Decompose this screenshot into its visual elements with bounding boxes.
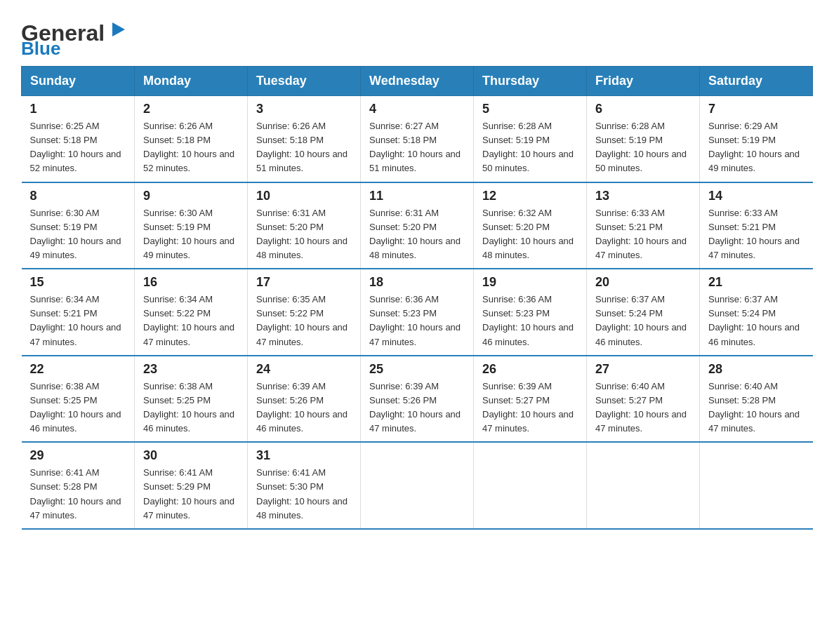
day-number: 7 bbox=[708, 102, 805, 116]
day-info: Sunrise: 6:41 AM Sunset: 5:29 PM Dayligh… bbox=[143, 466, 239, 523]
day-number: 27 bbox=[595, 362, 691, 377]
day-number: 10 bbox=[256, 189, 352, 203]
day-number: 15 bbox=[30, 275, 126, 290]
day-number: 17 bbox=[256, 275, 352, 290]
calendar-cell: 26 Sunrise: 6:39 AM Sunset: 5:27 PM Dayl… bbox=[474, 356, 587, 443]
calendar-cell: 23 Sunrise: 6:38 AM Sunset: 5:25 PM Dayl… bbox=[135, 356, 248, 443]
calendar-cell bbox=[700, 442, 813, 529]
day-number: 4 bbox=[369, 102, 465, 116]
calendar-cell: 20 Sunrise: 6:37 AM Sunset: 5:24 PM Dayl… bbox=[587, 269, 700, 356]
day-info: Sunrise: 6:30 AM Sunset: 5:19 PM Dayligh… bbox=[143, 206, 239, 263]
day-info: Sunrise: 6:41 AM Sunset: 5:28 PM Dayligh… bbox=[30, 466, 126, 523]
header-cell-sunday: Sunday bbox=[22, 67, 135, 96]
calendar-cell: 2 Sunrise: 6:26 AM Sunset: 5:18 PM Dayli… bbox=[135, 96, 248, 182]
calendar-cell: 18 Sunrise: 6:36 AM Sunset: 5:23 PM Dayl… bbox=[361, 269, 474, 356]
day-info: Sunrise: 6:35 AM Sunset: 5:22 PM Dayligh… bbox=[256, 293, 352, 349]
calendar-cell: 4 Sunrise: 6:27 AM Sunset: 5:18 PM Dayli… bbox=[361, 96, 474, 182]
calendar-cell: 28 Sunrise: 6:40 AM Sunset: 5:28 PM Dayl… bbox=[700, 356, 813, 443]
day-number: 26 bbox=[482, 362, 578, 377]
calendar-cell: 19 Sunrise: 6:36 AM Sunset: 5:23 PM Dayl… bbox=[474, 269, 587, 356]
calendar-table: SundayMondayTuesdayWednesdayThursdayFrid… bbox=[21, 66, 813, 530]
day-info: Sunrise: 6:28 AM Sunset: 5:19 PM Dayligh… bbox=[482, 119, 578, 176]
calendar-cell: 17 Sunrise: 6:35 AM Sunset: 5:22 PM Dayl… bbox=[248, 269, 361, 356]
header-cell-friday: Friday bbox=[587, 67, 700, 96]
header-cell-thursday: Thursday bbox=[474, 67, 587, 96]
day-info: Sunrise: 6:34 AM Sunset: 5:22 PM Dayligh… bbox=[143, 293, 239, 349]
day-number: 11 bbox=[369, 189, 465, 203]
svg-marker-1 bbox=[112, 22, 125, 36]
calendar-cell: 6 Sunrise: 6:28 AM Sunset: 5:19 PM Dayli… bbox=[587, 96, 700, 182]
day-number: 30 bbox=[143, 448, 239, 463]
day-info: Sunrise: 6:36 AM Sunset: 5:23 PM Dayligh… bbox=[482, 293, 578, 349]
calendar-cell: 11 Sunrise: 6:31 AM Sunset: 5:20 PM Dayl… bbox=[361, 182, 474, 269]
day-number: 31 bbox=[256, 448, 352, 463]
calendar-cell bbox=[587, 442, 700, 529]
day-info: Sunrise: 6:33 AM Sunset: 5:21 PM Dayligh… bbox=[708, 206, 805, 263]
day-info: Sunrise: 6:26 AM Sunset: 5:18 PM Dayligh… bbox=[256, 119, 352, 176]
header-cell-wednesday: Wednesday bbox=[361, 67, 474, 96]
calendar-header: SundayMondayTuesdayWednesdayThursdayFrid… bbox=[22, 67, 813, 96]
day-number: 24 bbox=[256, 362, 352, 377]
day-info: Sunrise: 6:37 AM Sunset: 5:24 PM Dayligh… bbox=[595, 293, 691, 349]
day-number: 8 bbox=[30, 189, 126, 203]
day-number: 6 bbox=[595, 102, 691, 116]
calendar-cell: 30 Sunrise: 6:41 AM Sunset: 5:29 PM Dayl… bbox=[135, 442, 248, 529]
svg-text:Blue: Blue bbox=[21, 38, 60, 56]
day-info: Sunrise: 6:34 AM Sunset: 5:21 PM Dayligh… bbox=[30, 293, 126, 349]
calendar-cell: 16 Sunrise: 6:34 AM Sunset: 5:22 PM Dayl… bbox=[135, 269, 248, 356]
calendar-week-1: 1 Sunrise: 6:25 AM Sunset: 5:18 PM Dayli… bbox=[22, 96, 813, 182]
day-info: Sunrise: 6:40 AM Sunset: 5:27 PM Dayligh… bbox=[595, 380, 691, 436]
calendar-cell: 15 Sunrise: 6:34 AM Sunset: 5:21 PM Dayl… bbox=[22, 269, 135, 356]
day-number: 25 bbox=[369, 362, 465, 377]
day-info: Sunrise: 6:31 AM Sunset: 5:20 PM Dayligh… bbox=[369, 206, 465, 263]
header-row: SundayMondayTuesdayWednesdayThursdayFrid… bbox=[22, 67, 813, 96]
day-info: Sunrise: 6:28 AM Sunset: 5:19 PM Dayligh… bbox=[595, 119, 691, 176]
calendar-cell: 31 Sunrise: 6:41 AM Sunset: 5:30 PM Dayl… bbox=[248, 442, 361, 529]
calendar-cell: 13 Sunrise: 6:33 AM Sunset: 5:21 PM Dayl… bbox=[587, 182, 700, 269]
day-number: 1 bbox=[30, 102, 126, 116]
day-info: Sunrise: 6:40 AM Sunset: 5:28 PM Dayligh… bbox=[708, 380, 805, 436]
day-number: 5 bbox=[482, 102, 578, 116]
calendar-cell: 22 Sunrise: 6:38 AM Sunset: 5:25 PM Dayl… bbox=[22, 356, 135, 443]
day-info: Sunrise: 6:31 AM Sunset: 5:20 PM Dayligh… bbox=[256, 206, 352, 263]
calendar-cell: 9 Sunrise: 6:30 AM Sunset: 5:19 PM Dayli… bbox=[135, 182, 248, 269]
calendar-cell: 10 Sunrise: 6:31 AM Sunset: 5:20 PM Dayl… bbox=[248, 182, 361, 269]
calendar-cell: 12 Sunrise: 6:32 AM Sunset: 5:20 PM Dayl… bbox=[474, 182, 587, 269]
page-header: General Blue bbox=[21, 14, 813, 59]
calendar-cell bbox=[474, 442, 587, 529]
day-info: Sunrise: 6:39 AM Sunset: 5:26 PM Dayligh… bbox=[369, 380, 465, 436]
day-info: Sunrise: 6:39 AM Sunset: 5:26 PM Dayligh… bbox=[256, 380, 352, 436]
day-info: Sunrise: 6:27 AM Sunset: 5:18 PM Dayligh… bbox=[369, 119, 465, 176]
day-info: Sunrise: 6:41 AM Sunset: 5:30 PM Dayligh… bbox=[256, 466, 352, 523]
calendar-week-4: 22 Sunrise: 6:38 AM Sunset: 5:25 PM Dayl… bbox=[22, 356, 813, 443]
day-number: 3 bbox=[256, 102, 352, 116]
day-info: Sunrise: 6:25 AM Sunset: 5:18 PM Dayligh… bbox=[30, 119, 126, 176]
day-number: 28 bbox=[708, 362, 805, 377]
calendar-cell: 3 Sunrise: 6:26 AM Sunset: 5:18 PM Dayli… bbox=[248, 96, 361, 182]
calendar-cell: 27 Sunrise: 6:40 AM Sunset: 5:27 PM Dayl… bbox=[587, 356, 700, 443]
day-number: 21 bbox=[708, 275, 805, 290]
calendar-week-2: 8 Sunrise: 6:30 AM Sunset: 5:19 PM Dayli… bbox=[22, 182, 813, 269]
day-info: Sunrise: 6:30 AM Sunset: 5:19 PM Dayligh… bbox=[30, 206, 126, 263]
day-number: 2 bbox=[143, 102, 239, 116]
header-cell-saturday: Saturday bbox=[700, 67, 813, 96]
day-number: 18 bbox=[369, 275, 465, 290]
calendar-week-5: 29 Sunrise: 6:41 AM Sunset: 5:28 PM Dayl… bbox=[22, 442, 813, 529]
calendar-cell: 25 Sunrise: 6:39 AM Sunset: 5:26 PM Dayl… bbox=[361, 356, 474, 443]
day-info: Sunrise: 6:33 AM Sunset: 5:21 PM Dayligh… bbox=[595, 206, 691, 263]
day-number: 23 bbox=[143, 362, 239, 377]
calendar-week-3: 15 Sunrise: 6:34 AM Sunset: 5:21 PM Dayl… bbox=[22, 269, 813, 356]
calendar-cell: 7 Sunrise: 6:29 AM Sunset: 5:19 PM Dayli… bbox=[700, 96, 813, 182]
day-info: Sunrise: 6:39 AM Sunset: 5:27 PM Dayligh… bbox=[482, 380, 578, 436]
calendar-cell: 29 Sunrise: 6:41 AM Sunset: 5:28 PM Dayl… bbox=[22, 442, 135, 529]
calendar-cell: 21 Sunrise: 6:37 AM Sunset: 5:24 PM Dayl… bbox=[700, 269, 813, 356]
day-info: Sunrise: 6:32 AM Sunset: 5:20 PM Dayligh… bbox=[482, 206, 578, 263]
day-number: 19 bbox=[482, 275, 578, 290]
header-cell-tuesday: Tuesday bbox=[248, 67, 361, 96]
day-info: Sunrise: 6:37 AM Sunset: 5:24 PM Dayligh… bbox=[708, 293, 805, 349]
day-number: 13 bbox=[595, 189, 691, 203]
calendar-cell: 5 Sunrise: 6:28 AM Sunset: 5:19 PM Dayli… bbox=[474, 96, 587, 182]
day-number: 20 bbox=[595, 275, 691, 290]
calendar-cell bbox=[361, 442, 474, 529]
day-info: Sunrise: 6:26 AM Sunset: 5:18 PM Dayligh… bbox=[143, 119, 239, 176]
